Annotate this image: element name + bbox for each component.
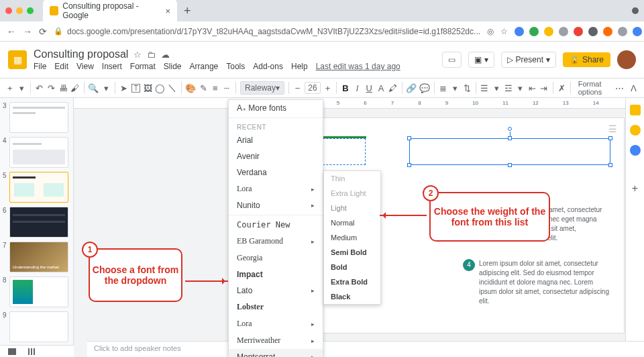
weight-item[interactable]: Medium	[324, 230, 380, 245]
border-color-icon[interactable]: ✎	[199, 83, 208, 93]
font-weight-submenu[interactable]: Thin Extra Light Light Normal Medium Sem…	[323, 170, 381, 305]
font-item[interactable]: Lato▸	[229, 283, 323, 299]
font-family-dropdown[interactable]: A₊ More fonts RECENT Arial Avenir Verdan…	[228, 99, 323, 357]
chevron-down-icon[interactable]: ▾	[450, 83, 460, 93]
tab-close-icon[interactable]: ×	[165, 6, 170, 16]
insert-link-button[interactable]: 🔗	[406, 83, 417, 93]
collapse-toolbar-icon[interactable]: ᐱ	[629, 83, 639, 93]
weight-item[interactable]: Normal	[324, 215, 380, 230]
font-item[interactable]: Lobster	[229, 299, 323, 315]
underline-button[interactable]: U	[364, 83, 374, 93]
weight-item[interactable]: Semi Bold	[324, 245, 380, 260]
font-item[interactable]: Georgia	[229, 250, 323, 266]
shape-icon[interactable]: ◯	[155, 83, 165, 93]
chevron-down-icon[interactable]: ▾	[17, 83, 27, 93]
nav-back-icon[interactable]: ←	[7, 26, 16, 37]
slide-thumbnail[interactable]	[9, 311, 68, 342]
add-addon-icon[interactable]: +	[632, 183, 638, 195]
slide-thumbnail[interactable]	[9, 207, 68, 238]
font-item[interactable]: Lora▸	[229, 315, 323, 332]
font-item[interactable]: EB Garamond▸	[229, 233, 323, 250]
zoom-button[interactable]: 🔍	[88, 83, 99, 93]
star-icon[interactable]: ☆	[133, 50, 142, 60]
browser-tab[interactable]: Consulting proposal - Google ×	[43, 0, 177, 23]
font-item[interactable]: Lora▸	[229, 181, 323, 197]
font-item[interactable]: Impact	[229, 266, 323, 283]
cursor-select-icon[interactable]: ➤	[119, 83, 129, 93]
line-icon[interactable]: ＼	[168, 82, 177, 94]
font-item[interactable]: Courier New	[229, 217, 323, 233]
font-item-montserrat[interactable]: Montserrat▸	[229, 349, 323, 357]
toolbar-overflow-icon[interactable]: ⋯	[614, 83, 624, 93]
font-size-increase[interactable]: +	[323, 83, 333, 93]
comments-button[interactable]: ▭	[442, 52, 462, 68]
list-numbered-button[interactable]: ☰	[480, 83, 490, 93]
font-item[interactable]: Avenir	[229, 148, 323, 164]
textbox-icon[interactable]: 🅃	[131, 83, 141, 93]
extension-icon[interactable]	[559, 27, 568, 36]
align-button[interactable]: ≣	[439, 83, 448, 93]
last-edit-link[interactable]: Last edit was 1 day ago	[316, 62, 400, 71]
weight-item[interactable]: Extra Bold	[324, 274, 380, 289]
new-tab-button[interactable]: +	[181, 4, 194, 18]
new-slide-button[interactable]: +	[5, 83, 15, 93]
fill-color-icon[interactable]: 🎨	[185, 83, 196, 93]
weight-item[interactable]: Bold	[324, 260, 380, 274]
extension-icon[interactable]	[515, 27, 524, 36]
menu-slide[interactable]: Slide	[164, 62, 182, 71]
bookmark-star-icon[interactable]: ☆	[500, 27, 508, 36]
more-fonts-item[interactable]: A₊ More fonts	[229, 100, 323, 116]
extension-icon[interactable]	[544, 27, 553, 36]
extension-icon[interactable]	[603, 27, 612, 36]
maximize-window-icon[interactable]	[27, 7, 34, 14]
menu-arrange[interactable]: Arrange	[190, 62, 219, 71]
tasks-icon[interactable]	[630, 145, 641, 156]
menu-edit[interactable]: Edit	[54, 62, 68, 71]
keep-icon[interactable]	[630, 105, 641, 115]
line-spacing-button[interactable]: ⇅	[462, 83, 472, 93]
undo-button[interactable]: ↶	[35, 83, 44, 93]
format-options-button[interactable]: Format options	[575, 78, 612, 98]
slides-app-icon[interactable]: ▦	[8, 50, 27, 69]
menu-file[interactable]: File	[34, 62, 46, 71]
menu-tools[interactable]: Tools	[226, 62, 245, 71]
filmstrip-view-icon[interactable]	[8, 348, 16, 355]
slideshow-button[interactable]: ▣ ▾	[468, 52, 494, 68]
nav-forward-icon[interactable]: →	[23, 26, 32, 37]
clear-formatting-button[interactable]: ✗	[557, 83, 566, 93]
slide-thumbnail[interactable]	[9, 102, 68, 133]
weight-item[interactable]: Extra Light	[324, 186, 380, 201]
menu-insert[interactable]: Insert	[102, 62, 122, 71]
font-size-decrease[interactable]: −	[293, 83, 303, 93]
indent-increase-button[interactable]: ⇥	[539, 83, 549, 93]
speaker-notes[interactable]: Click to add speaker notes	[87, 341, 644, 357]
border-weight-icon[interactable]: ≡	[211, 83, 220, 93]
extension-icon[interactable]	[529, 27, 539, 36]
text-color-button[interactable]: A	[376, 83, 386, 93]
bold-button[interactable]: B	[341, 83, 350, 93]
slide-thumbnail-selected[interactable]	[9, 172, 68, 203]
slide-thumbnail[interactable]	[9, 276, 68, 307]
extension-icon[interactable]	[588, 27, 598, 36]
keep-notes-icon[interactable]	[630, 125, 641, 136]
minimize-window-icon[interactable]	[16, 7, 23, 14]
slide-thumbnail[interactable]	[9, 137, 68, 168]
font-item[interactable]: Arial	[229, 132, 323, 148]
indent-decrease-button[interactable]: ⇤	[527, 83, 537, 93]
highlight-color-button[interactable]: 🖍	[388, 83, 398, 93]
image-icon[interactable]: 🖼	[143, 83, 152, 93]
profile-dot-icon[interactable]	[632, 7, 639, 14]
extension-icon[interactable]	[574, 27, 583, 36]
print-button[interactable]: 🖶	[58, 83, 68, 93]
italic-button[interactable]: I	[353, 83, 362, 93]
extension-icon[interactable]	[633, 27, 642, 36]
move-icon[interactable]: 🗀	[147, 50, 156, 60]
redo-button[interactable]: ↷	[47, 83, 56, 93]
border-dash-icon[interactable]: ┄	[223, 83, 232, 93]
weight-item[interactable]: Black	[324, 289, 380, 304]
bullet-item[interactable]: 4Lorem ipsum dolor sit amet, consectetur…	[463, 259, 610, 309]
menu-format[interactable]: Format	[130, 62, 156, 71]
rotation-handle[interactable]	[508, 127, 512, 131]
slide-thumbnail[interactable]: Understanding the market	[9, 242, 68, 272]
menu-addons[interactable]: Add-ons	[253, 62, 283, 71]
